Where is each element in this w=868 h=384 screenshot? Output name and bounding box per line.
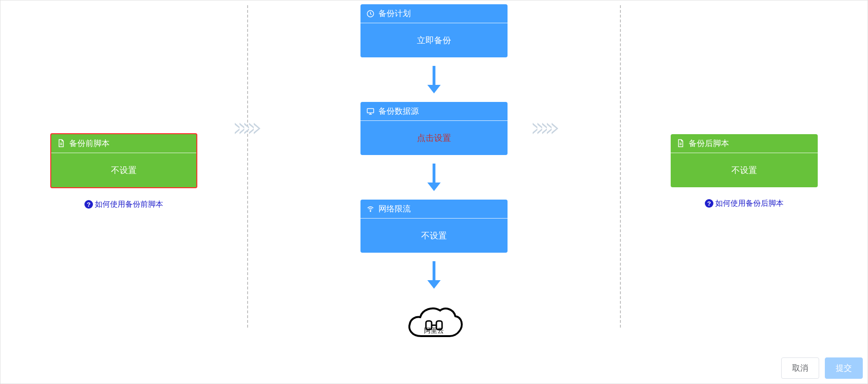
arrow-down-icon (427, 164, 441, 191)
pre-script-card-header: 备份前脚本 (51, 134, 196, 153)
network-throttle-card[interactable]: 网络限流 不设置 (360, 200, 508, 253)
monitor-icon (366, 107, 375, 116)
post-script-title: 备份后脚本 (689, 138, 729, 149)
cloud-icon (403, 302, 465, 345)
network-throttle-title: 网络限流 (379, 203, 411, 214)
network-throttle-header: 网络限流 (360, 200, 508, 219)
footer-actions: 取消 提交 (781, 357, 863, 379)
backup-plan-header: 备份计划 (360, 4, 508, 23)
post-script-help-link[interactable]: ? 如何使用备份后脚本 (705, 199, 784, 209)
pre-script-body: 不设置 (51, 153, 196, 187)
pre-script-title: 备份前脚本 (69, 138, 110, 149)
backup-plan-card[interactable]: 备份计划 立即备份 (360, 4, 508, 57)
pre-script-card[interactable]: 备份前脚本 不设置 (50, 133, 197, 188)
aliyun-cloud: 阿里云 (403, 302, 465, 335)
cloud-label: 阿里云 (424, 327, 444, 335)
post-script-card-header: 备份后脚本 (671, 134, 818, 153)
post-script-card[interactable]: 备份后脚本 不设置 (671, 134, 818, 187)
post-script-body: 不设置 (671, 153, 818, 187)
file-icon (676, 139, 685, 147)
question-icon: ? (84, 200, 93, 209)
pre-script-help-text: 如何使用备份前脚本 (95, 200, 163, 210)
svg-rect-3 (367, 109, 374, 113)
post-script-help-text: 如何使用备份后脚本 (715, 199, 784, 209)
backup-plan-body: 立即备份 (360, 23, 508, 57)
backup-source-header: 备份数据源 (360, 102, 508, 121)
backup-source-title: 备份数据源 (379, 106, 419, 117)
file-icon (57, 139, 65, 147)
backup-plan-title: 备份计划 (379, 8, 411, 19)
pre-script-help-link[interactable]: ? 如何使用备份前脚本 (84, 200, 163, 210)
arrow-down-icon (427, 66, 441, 93)
submit-button[interactable]: 提交 (825, 357, 863, 379)
chevron-connector-right (535, 123, 558, 134)
chevron-connector-left (237, 123, 260, 134)
network-throttle-body: 不设置 (360, 219, 508, 253)
svg-point-6 (370, 210, 371, 211)
arrow-down-icon (427, 261, 441, 289)
question-icon: ? (705, 199, 713, 208)
backup-source-card[interactable]: 备份数据源 点击设置 (360, 102, 508, 155)
cancel-button[interactable]: 取消 (781, 357, 819, 379)
clock-icon (366, 9, 375, 18)
wifi-icon (366, 205, 375, 213)
backup-source-body: 点击设置 (360, 121, 508, 155)
